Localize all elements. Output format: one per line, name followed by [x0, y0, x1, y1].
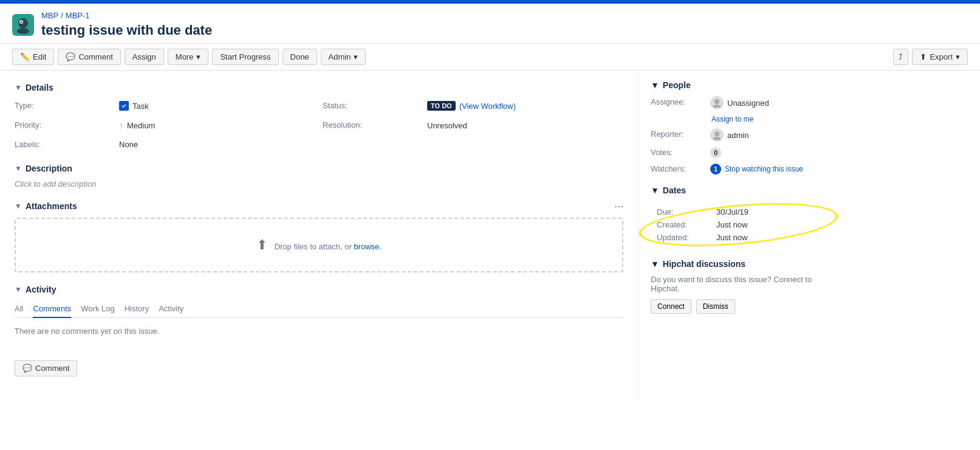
type-label: Type: — [15, 99, 112, 113]
admin-button[interactable]: Admin ▾ — [321, 49, 366, 65]
updated-label: Updated: — [657, 233, 711, 242]
svg-point-1 — [18, 18, 28, 28]
resolution-value: Unresolved — [427, 118, 623, 133]
watchers-label: Watchers: — [651, 163, 705, 175]
edit-icon: ✏️ — [20, 52, 30, 61]
updated-value: Just now — [716, 233, 814, 242]
task-icon — [119, 101, 129, 111]
right-panel: ▼ People Assignee: Unassigned Assign to … — [638, 71, 832, 401]
stop-watching-link[interactable]: Stop watching this issue — [725, 165, 803, 173]
votes-count: 0 — [710, 147, 721, 158]
drop-zone[interactable]: ⬆ Drop files to attach, or browse. — [15, 218, 623, 272]
assign-me-link[interactable]: Assign to me — [711, 115, 753, 123]
watchers-value: 1 Stop watching this issue — [710, 163, 820, 175]
watcher-badge: 1 — [710, 164, 721, 175]
dismiss-button[interactable]: Dismiss — [696, 299, 735, 314]
details-title: Details — [26, 83, 53, 92]
hipchat-buttons: Connect Dismiss — [651, 299, 820, 314]
comment-icon: 💬 — [66, 52, 75, 61]
hipchat-section: ▼ Hipchat discussions Do you want to dis… — [651, 259, 820, 314]
share-button[interactable]: ⤴ — [893, 49, 908, 65]
attachments-more-button[interactable]: ··· — [614, 201, 623, 212]
main-layout: ▼ Details Type: Task Status: TO DO (View… — [0, 71, 980, 401]
app-logo — [12, 14, 34, 36]
comment-button[interactable]: 💬 Comment — [58, 49, 120, 65]
assignee-value: Unassigned — [710, 96, 820, 109]
activity-section: ▼ Activity All Comments Work Log History… — [15, 285, 623, 376]
votes-value: 0 — [710, 147, 820, 158]
details-grid: Type: Task Status: TO DO (View Workflow)… — [15, 99, 623, 151]
tab-worklog[interactable]: Work Log — [81, 300, 114, 318]
attachments-title: Attachments — [26, 201, 77, 211]
people-header[interactable]: ▼ People — [651, 80, 820, 90]
upload-icon: ⬆ — [256, 237, 267, 252]
breadcrumb-project[interactable]: MBP — [41, 11, 58, 20]
created-label: Created: — [657, 220, 711, 229]
bottom-comment-button[interactable]: 💬 Comment — [15, 360, 77, 376]
chevron-down-icon: ▾ — [196, 52, 200, 61]
header: MBP / MBP-1 testing issue with due date — [0, 4, 980, 44]
no-comments-text: There are no comments yet on this issue. — [15, 327, 623, 336]
issue-title: testing issue with due date — [41, 22, 212, 38]
browse-link[interactable]: browse. — [354, 242, 382, 251]
view-workflow-link[interactable]: (View Workflow) — [459, 102, 516, 111]
description-section: ▼ Description Click to add description — [15, 164, 623, 189]
people-title: People — [663, 80, 691, 90]
hipchat-title: Hipchat discussions — [663, 259, 745, 269]
connect-button[interactable]: Connect — [651, 299, 691, 314]
due-label: Due: — [657, 207, 711, 216]
assignee-label: Assignee: — [651, 96, 705, 109]
details-chevron-icon: ▼ — [15, 83, 22, 92]
header-info: MBP / MBP-1 testing issue with due date — [41, 11, 212, 38]
svg-point-3 — [21, 21, 22, 22]
description-header[interactable]: ▼ Description — [15, 164, 623, 173]
more-button[interactable]: More ▾ — [168, 49, 209, 65]
resolution-label: Resolution: — [323, 118, 420, 133]
toolbar: ✏️ Edit 💬 Comment Assign More ▾ Start Pr… — [0, 44, 980, 71]
tab-history[interactable]: History — [125, 300, 149, 318]
people-section: ▼ People Assignee: Unassigned Assign to … — [651, 80, 820, 175]
breadcrumb-issue[interactable]: MBP-1 — [66, 11, 90, 20]
details-section: ▼ Details Type: Task Status: TO DO (View… — [15, 83, 623, 151]
details-header[interactable]: ▼ Details — [15, 83, 623, 92]
labels-label: Labels: — [15, 137, 112, 151]
activity-header[interactable]: ▼ Activity — [15, 285, 623, 294]
assign-button[interactable]: Assign — [125, 49, 164, 65]
tab-comments[interactable]: Comments — [33, 300, 71, 318]
people-value: Assign to me — [710, 114, 820, 123]
votes-label: Votes: — [651, 147, 705, 158]
drop-text: Drop files to attach, or — [275, 242, 352, 251]
priority-value: ↑ Medium — [119, 118, 315, 133]
people-grid: Assignee: Unassigned Assign to me Report… — [651, 96, 820, 175]
activity-title: Activity — [26, 285, 57, 294]
people-chevron-icon: ▼ — [651, 80, 659, 90]
reporter-value: admin — [710, 128, 820, 142]
attachments-title-row[interactable]: ▼ Attachments — [15, 201, 77, 211]
priority-icon: ↑ — [119, 120, 123, 130]
done-button[interactable]: Done — [283, 49, 317, 65]
description-placeholder[interactable]: Click to add description — [15, 179, 623, 189]
export-chevron-icon: ▾ — [956, 52, 960, 61]
activity-chevron-icon: ▼ — [15, 285, 22, 294]
dates-title: Dates — [663, 185, 686, 195]
tab-activity[interactable]: Activity — [159, 300, 183, 318]
svg-point-4 — [17, 28, 29, 34]
status-value: TO DO (View Workflow) — [427, 99, 623, 113]
edit-button[interactable]: ✏️ Edit — [12, 49, 54, 65]
svg-point-5 — [714, 99, 719, 104]
start-progress-button[interactable]: Start Progress — [212, 49, 278, 65]
hipchat-header[interactable]: ▼ Hipchat discussions — [651, 259, 820, 269]
type-value: Task — [119, 99, 315, 113]
dates-header[interactable]: ▼ Dates — [651, 185, 820, 195]
tab-all[interactable]: All — [15, 300, 23, 318]
dates-chevron-icon: ▼ — [651, 185, 659, 195]
priority-label: Priority: — [15, 118, 112, 133]
reporter-label: Reporter: — [651, 128, 705, 142]
activity-tabs: All Comments Work Log History Activity — [15, 300, 623, 318]
export-button[interactable]: ⬆ Export ▾ — [912, 49, 968, 65]
assignee-avatar — [710, 96, 724, 109]
status-badge: TO DO — [427, 101, 456, 111]
breadcrumb-sep: / — [61, 11, 63, 20]
description-chevron-icon: ▼ — [15, 164, 22, 173]
reporter-avatar — [710, 128, 724, 142]
